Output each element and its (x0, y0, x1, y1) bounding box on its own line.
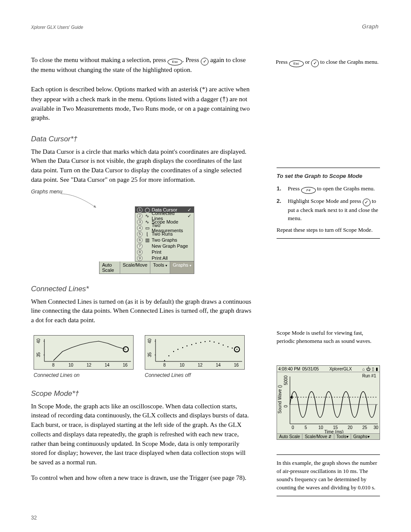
svg-text:40: 40 (147, 338, 152, 343)
softkey-tools[interactable]: Tools▾ (150, 261, 170, 274)
chevron-down-icon: ▾ (188, 264, 191, 268)
svg-point-38 (232, 348, 233, 348)
svg-point-39 (237, 349, 237, 350)
svg-point-32 (205, 341, 206, 342)
check-key-icon: ✓ (363, 199, 371, 206)
menu-item-two-runs[interactable]: 5 ⌊ Two Runs (135, 231, 194, 237)
softkey-graphs[interactable]: Graphs▾ (351, 434, 372, 439)
svg-text:16: 16 (234, 363, 239, 367)
sidebar-scope-explanation: In this example, the graph shows the num… (277, 454, 380, 496)
svg-text:5000: 5000 (283, 375, 288, 385)
svg-point-24 (168, 355, 169, 356)
caption-connected-lines-on: Connected Lines on (34, 372, 80, 378)
clock-date: 05/31/05 (302, 367, 319, 371)
svg-point-28 (187, 345, 187, 346)
svg-text:0: 0 (292, 425, 294, 430)
chevron-down-icon: ▾ (164, 264, 167, 268)
heading-connected-lines: Connected Lines* (31, 284, 252, 295)
softkey-auto-scale[interactable]: Auto Scale (100, 261, 120, 274)
svg-text:12: 12 (198, 363, 203, 367)
svg-point-23 (164, 360, 165, 361)
softkey-auto-scale[interactable]: Auto Scale (277, 434, 302, 439)
scope-mode-icon: ∿ (144, 219, 150, 225)
svg-text:Sound Wave (): Sound Wave () (277, 385, 282, 414)
figure-graphs-menu: 1 ◯ Data Cursor ✓ 2 ∿ Connected Lines ✓ … (99, 206, 194, 274)
page-header-right: Graph (362, 23, 379, 30)
page-number: 32 (31, 515, 37, 521)
battery-icon: ▯ (372, 367, 374, 371)
svg-text:8: 8 (52, 363, 55, 367)
svg-point-26 (177, 349, 178, 350)
esc-key-icon: Esc (289, 60, 304, 67)
chevron-down-icon: ▾ (346, 434, 349, 439)
app-name: XplorerGLX (329, 367, 352, 371)
page-header-left: Xplorer GLX Users' Guide (31, 25, 83, 30)
softkey-tools[interactable]: Tools▾ (334, 434, 351, 439)
check-key-icon: ✓ (201, 58, 209, 65)
svg-point-29 (191, 344, 192, 345)
figure-connected-lines-on: 35 40 8 10 12 14 16 (34, 335, 134, 370)
two-runs-icon: ⌊ (144, 231, 150, 237)
data-cursor-icon: ◯ (144, 207, 150, 213)
svg-text:25: 25 (362, 425, 367, 430)
chevron-down-icon: ▾ (367, 434, 370, 439)
home-icon[interactable]: ⌂ (362, 367, 365, 371)
run-label: Run #1 (362, 373, 377, 378)
arrow-graphs-menu (60, 193, 97, 210)
check-icon: ✓ (187, 207, 192, 213)
figure-scope-mode: 4:08:40 PM 05/31/05 XplorerGLX ⌂ ⏻ ▯ ▮ R… (277, 365, 380, 440)
sidebar-set-scope-mode: To set the Graph to Scope Mode 1. Press … (277, 168, 380, 239)
paragraph-scope-trigger: To control when and how often a new trac… (31, 473, 252, 483)
svg-text:5: 5 (305, 425, 307, 430)
svg-text:40: 40 (36, 338, 41, 343)
softkey-graphs[interactable]: Graphs▾ (170, 261, 194, 274)
svg-text:35: 35 (147, 352, 152, 357)
paragraph-close-menu: To close the menu without making a selec… (31, 56, 252, 75)
sidebar-step2: Highlight Scope Mode and press ✓ to put … (288, 197, 380, 223)
svg-text:20: 20 (348, 425, 353, 430)
svg-text:Time (ms): Time (ms) (324, 429, 344, 433)
figure-connected-lines-off: 35 40 8 10 12 14 16 (145, 335, 245, 370)
caption-connected-lines-off: Connected Lines off (145, 372, 191, 378)
paragraph-connected-lines: When Connected Lines is turned on (as it… (31, 297, 252, 325)
svg-point-34 (214, 342, 215, 342)
menu-item-two-graphs[interactable]: 6 ▥ Two Graphs (135, 237, 194, 243)
svg-text:30: 30 (374, 425, 379, 430)
two-measurements-icon: ▭ (144, 225, 150, 231)
connected-lines-icon: ∿ (144, 213, 150, 219)
heading-scope-mode: Scope Mode*† (31, 389, 252, 399)
sidebar-note: Repeat these steps to turn off Scope Mod… (277, 226, 380, 234)
svg-point-37 (227, 346, 228, 347)
menu-item-print[interactable]: 8 Print (135, 249, 194, 255)
f4-key-icon: F4 (301, 187, 316, 194)
svg-text:10: 10 (68, 363, 74, 367)
svg-point-31 (200, 342, 201, 343)
svg-text:8: 8 (163, 363, 166, 367)
caption-close-graphs-menu: Press Esc or ✓ to close the Graphs menu. (276, 58, 379, 67)
softkey-scale-move[interactable]: Scale/Move (120, 261, 150, 274)
svg-text:12: 12 (87, 363, 92, 367)
check-icon: ✓ (187, 213, 192, 219)
signal-icon: ▮ (376, 367, 378, 371)
svg-point-33 (209, 341, 210, 342)
svg-text:35: 35 (36, 352, 41, 357)
power-icon[interactable]: ⏻ (366, 367, 371, 371)
svg-text:10: 10 (318, 425, 324, 430)
menu-item-print-all[interactable]: 9 Print All (135, 255, 194, 261)
clock-time: 4:08:40 PM (278, 367, 300, 371)
menu-item-connected-lines[interactable]: 2 ∿ Connected Lines ✓ (135, 213, 194, 219)
svg-text:16: 16 (123, 363, 128, 367)
menu-item-new-graph-page[interactable]: 7 New Graph Page (135, 243, 194, 249)
esc-key-icon: Esc (168, 59, 182, 65)
sidebar-scope-usefulness: Scope Mode is useful for viewing fast, p… (277, 329, 380, 345)
heading-data-cursor: Data Cursor*† (31, 134, 252, 145)
softkey-scale-move[interactable]: Scale/Move⇵ (302, 434, 334, 439)
sidebar-step1: Press F4 to open the Graphs menu. (288, 185, 380, 194)
svg-point-35 (218, 343, 219, 344)
paragraph-scope-mode: In Scope Mode, the graph acts like an os… (31, 402, 252, 467)
svg-point-30 (196, 343, 196, 344)
paragraph-data-cursor: The Data Cursor is a circle that marks w… (31, 147, 252, 185)
menu-item-two-measurements[interactable]: 4 ▭ Two Measurements (135, 225, 194, 231)
svg-point-25 (173, 351, 174, 352)
svg-text:14: 14 (105, 363, 110, 367)
